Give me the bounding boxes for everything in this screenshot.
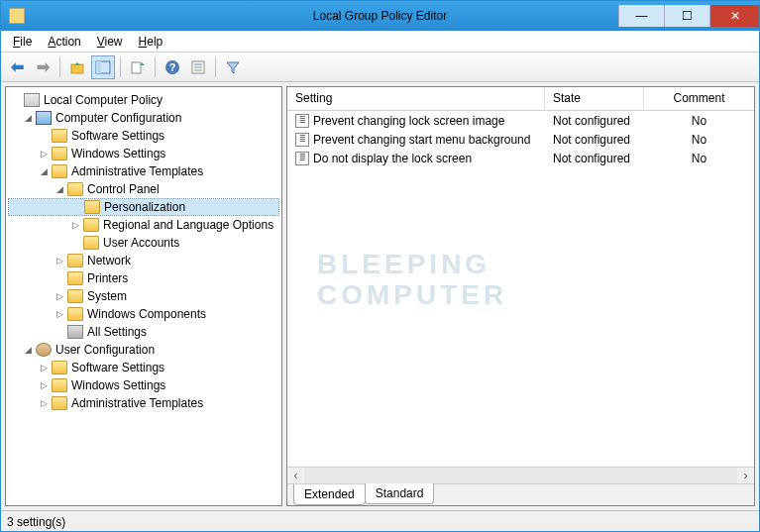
separator bbox=[155, 57, 156, 77]
expand-icon[interactable]: ▷ bbox=[69, 219, 81, 231]
menu-file[interactable]: File bbox=[7, 33, 38, 51]
expand-icon[interactable]: ▷ bbox=[54, 290, 65, 302]
scroll-right-icon[interactable]: › bbox=[737, 469, 754, 482]
collapse-icon[interactable]: ◢ bbox=[38, 165, 50, 177]
tabs: Extended Standard bbox=[287, 483, 754, 505]
status-text: 3 setting(s) bbox=[7, 515, 65, 529]
tree-label: Printers bbox=[87, 271, 128, 285]
expand-icon[interactable]: ▷ bbox=[38, 379, 50, 391]
up-button[interactable] bbox=[65, 55, 89, 79]
tree-cc-windows[interactable]: ▷ Windows Settings bbox=[8, 145, 279, 162]
col-comment[interactable]: Comment bbox=[644, 87, 754, 110]
tree-label: Network bbox=[87, 254, 131, 267]
setting-name: Prevent changing start menu background bbox=[313, 133, 530, 147]
svg-text:?: ? bbox=[169, 61, 176, 73]
toolbar: ⬅ ➡ ? bbox=[1, 53, 759, 82]
tree-cc-admin[interactable]: ◢ Administrative Templates bbox=[8, 162, 279, 180]
collapse-icon[interactable]: ◢ bbox=[54, 183, 65, 195]
tab-extended[interactable]: Extended bbox=[293, 484, 366, 505]
tree-cc-system[interactable]: ▷ System bbox=[8, 287, 279, 305]
tree-uc-admin[interactable]: ▷ Administrative Templates bbox=[8, 394, 279, 412]
separator bbox=[120, 57, 121, 77]
arrow-right-icon: ➡ bbox=[37, 57, 50, 76]
menu-help[interactable]: Help bbox=[133, 33, 169, 51]
folder-icon bbox=[83, 236, 99, 250]
computer-icon bbox=[36, 111, 52, 125]
tree-root[interactable]: Local Computer Policy bbox=[8, 91, 279, 109]
help-button[interactable]: ? bbox=[161, 55, 184, 79]
tree-cc-network[interactable]: ▷ Network bbox=[8, 252, 279, 269]
show-hide-tree-button[interactable] bbox=[91, 55, 115, 79]
tree-label: Software Settings bbox=[71, 129, 164, 143]
collapse-icon[interactable]: ◢ bbox=[22, 344, 34, 356]
tree-label: System bbox=[87, 289, 127, 303]
setting-state: Not configured bbox=[545, 152, 644, 165]
settings-icon bbox=[67, 325, 83, 339]
tree-label: Administrative Templates bbox=[71, 396, 203, 410]
scroll-left-icon[interactable]: ‹ bbox=[287, 469, 304, 482]
col-state[interactable]: State bbox=[545, 87, 644, 110]
folder-icon bbox=[52, 129, 67, 143]
menu-action[interactable]: Action bbox=[42, 33, 86, 51]
tree-panel[interactable]: Local Computer Policy ◢ Computer Configu… bbox=[5, 86, 282, 506]
folder-icon bbox=[83, 218, 99, 232]
tree-label: Windows Settings bbox=[71, 378, 165, 392]
folder-up-icon bbox=[69, 59, 85, 75]
folder-icon bbox=[52, 396, 67, 410]
list-body[interactable]: BLEEPING COMPUTER ≣Prevent changing lock… bbox=[287, 111, 754, 467]
expand-icon[interactable]: ▷ bbox=[38, 397, 50, 409]
setting-name: Do not display the lock screen bbox=[313, 152, 472, 165]
tree-label: Local Computer Policy bbox=[44, 93, 163, 107]
export-button[interactable] bbox=[126, 55, 150, 79]
window-title: Local Group Policy Editor bbox=[1, 9, 759, 23]
tree-computer-config[interactable]: ◢ Computer Configuration bbox=[8, 109, 279, 127]
tree-cc-printers[interactable]: Printers bbox=[8, 269, 279, 287]
scroll-track[interactable] bbox=[304, 468, 737, 483]
tree-uc-software[interactable]: ▷ Software Settings bbox=[8, 359, 279, 376]
tree-cc-all-settings[interactable]: All Settings bbox=[8, 323, 279, 341]
menu-view[interactable]: View bbox=[91, 33, 129, 51]
setting-row[interactable]: ≣Do not display the lock screenNot confi… bbox=[287, 149, 754, 167]
tree-label: Software Settings bbox=[71, 361, 164, 374]
setting-row[interactable]: ≣Prevent changing start menu backgroundN… bbox=[287, 130, 754, 149]
policy-setting-icon: ≣ bbox=[295, 152, 309, 165]
tree-cc-regional[interactable]: ▷ Regional and Language Options bbox=[8, 216, 279, 234]
filter-icon bbox=[225, 59, 241, 75]
tree-cc-windows-comp[interactable]: ▷ Windows Components bbox=[8, 305, 279, 323]
forward-button[interactable]: ➡ bbox=[31, 55, 54, 79]
tab-standard[interactable]: Standard bbox=[365, 483, 435, 504]
properties-icon bbox=[190, 59, 206, 75]
svg-rect-0 bbox=[71, 64, 83, 73]
expand-icon[interactable]: ▷ bbox=[54, 255, 65, 266]
filter-button[interactable] bbox=[221, 55, 245, 79]
collapse-icon[interactable]: ◢ bbox=[22, 112, 34, 124]
blank-toggle bbox=[69, 237, 81, 249]
tree-cc-control-panel[interactable]: ◢ Control Panel bbox=[8, 180, 279, 198]
folder-icon bbox=[84, 200, 100, 214]
expand-icon[interactable]: ▷ bbox=[38, 148, 50, 160]
back-button[interactable]: ⬅ bbox=[5, 55, 29, 79]
expand-icon[interactable]: ▷ bbox=[54, 308, 65, 320]
tree-label: User Accounts bbox=[103, 236, 179, 250]
setting-row[interactable]: ≣Prevent changing lock screen imageNot c… bbox=[287, 111, 754, 130]
svg-rect-2 bbox=[96, 61, 101, 73]
user-icon bbox=[36, 343, 52, 357]
folder-icon bbox=[67, 289, 83, 303]
tree-uc-windows[interactable]: ▷ Windows Settings bbox=[8, 376, 279, 394]
tree-cc-personalization[interactable]: Personalization bbox=[8, 198, 279, 216]
properties-button[interactable] bbox=[186, 55, 210, 79]
policy-setting-icon: ≣ bbox=[295, 114, 309, 128]
settings-panel: Setting State Comment BLEEPING COMPUTER … bbox=[286, 86, 755, 506]
tree-cc-user-accounts[interactable]: User Accounts bbox=[8, 234, 279, 252]
expand-icon[interactable]: ▷ bbox=[38, 362, 50, 373]
help-icon: ? bbox=[164, 59, 180, 75]
blank-toggle bbox=[38, 130, 50, 142]
folder-icon bbox=[52, 147, 67, 160]
setting-comment: No bbox=[644, 133, 754, 147]
folder-icon bbox=[52, 378, 67, 392]
horizontal-scrollbar[interactable]: ‹ › bbox=[287, 467, 754, 483]
tree-user-config[interactable]: ◢ User Configuration bbox=[8, 341, 279, 359]
tree-cc-software[interactable]: Software Settings bbox=[8, 127, 279, 145]
col-setting[interactable]: Setting bbox=[287, 87, 545, 110]
policy-setting-icon: ≣ bbox=[295, 133, 309, 147]
